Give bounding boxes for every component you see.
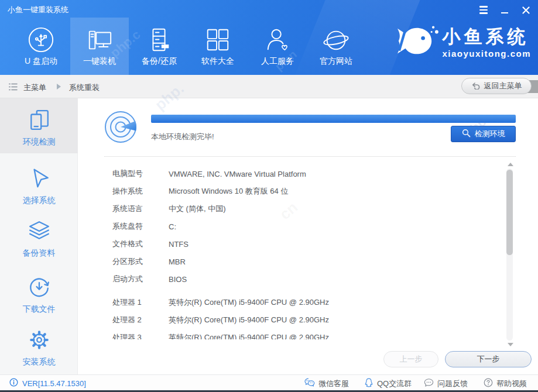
sidebar: 环境检测 选择系统 备份资料 [0,98,78,374]
menu-icon[interactable] [477,4,490,16]
detect-progress-fill [151,115,516,123]
table-row: 分区形式 MBR [104,253,502,270]
footer-link-label: QQ交流群 [377,379,412,389]
system-info-table: 电脑型号 VMWARE, INC. VMware Virtual Platfor… [104,165,502,339]
sidebar-item-backup-data[interactable]: 备份资料 [0,220,78,259]
status-bar: VER[11.5.47.1530] 微信客服 [0,374,538,390]
row-label: 系统盘符 [104,221,169,232]
list-icon [8,82,18,94]
nav-item-usb-boot[interactable]: U 盘启动 [12,18,70,75]
footer-link-feedback[interactable]: 问题反馈 [424,378,468,389]
back-to-main-menu-button[interactable]: 返回主菜单 [461,78,532,94]
minimize-icon[interactable] [498,4,511,16]
table-row: 系统语言 中文 (简体, 中国) [104,200,502,218]
window-controls [477,4,532,16]
select-system-cursor-icon [28,181,50,191]
row-label: 处理器 1 [104,297,169,308]
row-label: 分区形式 [104,256,169,267]
sidebar-item-label: 下载文件 [0,304,78,315]
nav-item-label: 备份/还原 [142,56,177,67]
nav-item-label: 软件大全 [201,56,234,67]
detect-status-text: 本地环境检测完毕! [151,132,214,142]
row-value: 英特尔(R) Core(TM) i5-9400F CPU @ 2.90GHz [169,315,329,325]
table-row: 文件格式 NTFS [104,235,502,253]
footer-link-wechat[interactable]: 微信客服 [304,378,349,389]
row-label: 电脑型号 [104,169,169,179]
row-label: 操作系统 [104,186,169,197]
footer-link-qq[interactable]: QQ交流群 [364,378,412,390]
env-detect-icon [28,123,50,133]
footer-link-label: 帮助视频 [496,379,527,389]
table-row: 处理器 1 英特尔(R) Core(TM) i5-9400F CPU @ 2.9… [104,294,502,311]
install-gear-icon [28,343,50,353]
qq-icon [364,378,373,390]
website-globe-icon [323,26,349,54]
row-value: 英特尔(R) Core(TM) i5-9400F CPU @ 2.90GHz [169,332,329,339]
scroll-up-icon[interactable] [508,163,513,166]
wechat-icon [304,378,315,389]
download-icon [28,290,50,300]
radar-icon [103,109,139,147]
sidebar-item-select-system[interactable]: 选择系统 [0,167,78,206]
detect-environment-button[interactable]: 检测环境 [451,126,516,142]
row-value: NTFS [169,240,189,249]
row-value: Microsoft Windows 10 教育版 64 位 [169,186,288,197]
row-value: 中文 (简体, 中国) [169,204,226,214]
scroll-down-icon[interactable] [508,343,513,346]
sidebar-item-label: 环境检测 [0,137,78,147]
next-step-button[interactable]: 下一步 [445,351,532,367]
footer-link-label: 问题反馈 [437,379,468,389]
nav-item-backup-restore[interactable]: 备份/还原 [130,18,189,75]
nav-item-one-click-install[interactable]: 一键装机 [70,18,129,75]
table-row: 操作系统 Microsoft Windows 10 教育版 64 位 [104,183,502,200]
breadcrumb-root[interactable]: 主菜单 [23,82,46,93]
prev-step-button[interactable]: 上一步 [383,351,438,367]
detect-progress-bar [151,115,516,123]
breadcrumb-current: 系统重装 [69,82,100,93]
brand-domain: xiaoyuxitong.com [442,49,531,59]
nav-item-label: 官方网站 [320,56,352,67]
nav-item-website[interactable]: 官方网站 [307,18,365,75]
nav-item-label: U 盘启动 [25,56,57,67]
pc-install-icon [86,26,113,54]
row-label: 处理器 3 [104,332,169,339]
fish-logo-icon [392,22,440,63]
sidebar-item-download-files[interactable]: 下载文件 [0,276,78,315]
row-label: 系统语言 [104,204,169,214]
close-icon[interactable] [519,4,532,16]
table-row: 启动方式 BIOS [104,270,502,288]
row-value: BIOS [169,275,187,284]
header: 小鱼一键重装系统 [0,0,538,75]
nav-item-software[interactable]: 软件大全 [189,18,247,75]
sidebar-item-env-detect[interactable]: 环境检测 [0,109,78,147]
search-icon [462,129,471,139]
row-value: MBR [169,257,186,266]
sidebar-item-label: 选择系统 [0,195,78,206]
backup-restore-icon [146,26,173,54]
feedback-icon [424,378,434,389]
nav-item-label: 人工服务 [261,56,294,67]
row-label: 启动方式 [104,274,169,284]
usb-boot-icon [28,26,54,54]
info-icon [9,378,18,388]
back-button-label: 返回主菜单 [484,81,522,91]
brand-name: 小鱼系统 [442,27,531,47]
version-label: VER[11.5.47.1530] [22,379,86,388]
scrollbar-thumb[interactable] [506,170,513,255]
sidebar-item-label: 备份资料 [0,248,78,259]
table-row: 系统盘符 C: [104,218,502,235]
nav-item-label: 一键装机 [83,56,116,67]
backup-layers-icon [28,234,50,244]
nav-item-support[interactable]: 人工服务 [248,18,307,75]
version-info[interactable]: VER[11.5.47.1530] [9,378,86,388]
detect-button-label: 检测环境 [475,129,505,139]
table-row-partial: 处理器 3 英特尔(R) Core(TM) i5-9400F CPU @ 2.9… [104,329,502,339]
breadcrumb-separator-icon [57,84,61,90]
software-grid-icon [204,26,231,54]
footer-link-label: 微信客服 [318,379,349,389]
sidebar-item-install-system[interactable]: 安装系统 [0,329,78,367]
brand-logo[interactable]: 小鱼系统 xiaoyuxitong.com [392,22,531,63]
footer-link-help[interactable]: 帮助视频 [484,378,527,389]
table-scrollbar[interactable] [506,161,514,348]
breadcrumb-bar: 主菜单 系统重装 [0,75,538,98]
